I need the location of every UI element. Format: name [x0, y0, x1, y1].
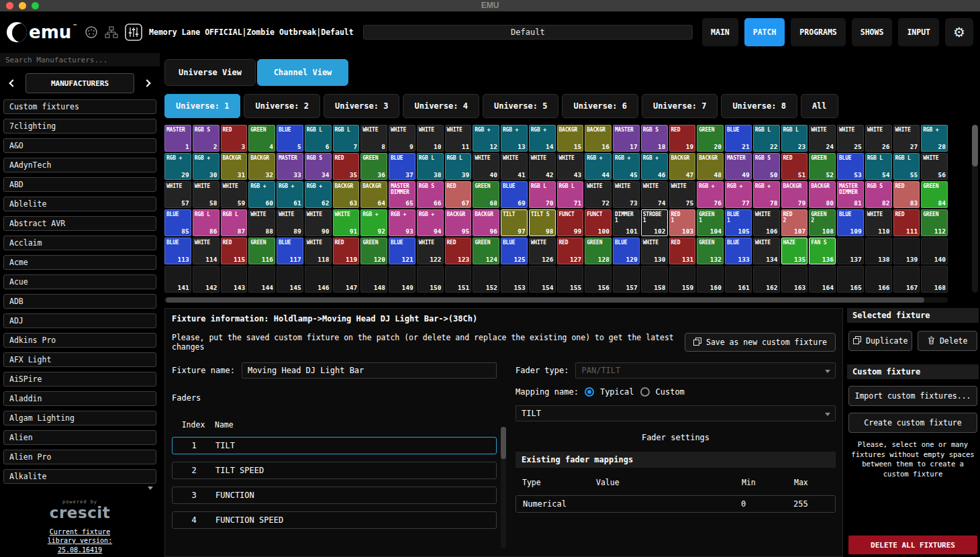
channel-cell-7[interactable]: RGB L7 — [333, 125, 360, 152]
channel-cell-83[interactable]: RED83 — [893, 181, 920, 208]
channel-cell-121[interactable]: BLUE121 — [389, 238, 415, 264]
channel-cell-29[interactable]: RGB +29 — [164, 153, 191, 180]
channel-cell-108[interactable]: GREEN2108 — [809, 209, 836, 236]
channel-cell-90[interactable]: WHITE90 — [305, 209, 332, 236]
channel-cell-30[interactable]: RGB +30 — [193, 153, 219, 180]
grid-horizontal-scrollbar[interactable] — [164, 297, 948, 303]
manufacturer-item-acue[interactable]: Acue — [3, 274, 156, 289]
channel-cell-86[interactable]: RGB L86 — [193, 209, 219, 236]
manufacturer-item-a-o[interactable]: A&O — [3, 138, 156, 153]
tab-all[interactable]: All — [801, 94, 838, 118]
channel-cell-10[interactable]: WHITE10 — [417, 125, 444, 152]
manufacturer-item-custom-fixtures[interactable]: Custom fixtures — [3, 99, 156, 114]
channel-cell-1[interactable]: MASTER1 — [164, 125, 191, 152]
channel-cell-161[interactable]: 161 — [725, 266, 752, 293]
channel-cell-62[interactable]: RGB +62 — [305, 181, 332, 208]
channel-cell-160[interactable]: 160 — [697, 266, 724, 293]
channel-cell-162[interactable]: 162 — [753, 266, 780, 293]
channel-cell-38[interactable]: RGB L38 — [417, 153, 444, 180]
channel-cell-76[interactable]: RGB +76 — [697, 181, 724, 208]
channel-cell-42[interactable]: WHITE42 — [529, 153, 556, 180]
manufacturer-item-adb[interactable]: ADB — [3, 294, 156, 309]
channel-cell-147[interactable]: 147 — [333, 266, 360, 293]
channel-cell-166[interactable]: 166 — [865, 266, 892, 293]
channel-cell-41[interactable]: WHITE41 — [501, 153, 528, 180]
channel-cell-11[interactable]: WHITE11 — [445, 125, 472, 152]
channel-cell-125[interactable]: BLUE125 — [501, 238, 528, 264]
channel-cell-156[interactable]: 156 — [585, 266, 611, 293]
tab-universe-2[interactable]: Universe: 2 — [244, 94, 320, 118]
channel-cell-45[interactable]: RGB +45 — [613, 153, 640, 180]
create-custom-fixture-button[interactable]: Create custom fixture — [848, 413, 977, 433]
manufacturer-item-adkins-pro[interactable]: Adkins Pro — [3, 333, 156, 348]
nav-main[interactable]: MAIN — [702, 18, 738, 46]
channel-cell-105[interactable]: BLUE1105 — [725, 209, 752, 236]
manufacturer-item-afx-light[interactable]: AFX Light — [3, 352, 156, 367]
channel-cell-84[interactable]: GREEN84 — [921, 181, 948, 208]
channel-cell-56[interactable]: WHITE56 — [921, 153, 948, 180]
prev-page-button[interactable] — [4, 73, 21, 93]
manufacturer-item-abstract-avr[interactable]: Abstract AVR — [3, 216, 156, 231]
channel-cell-107[interactable]: RED2107 — [781, 209, 808, 236]
tab-universe-1[interactable]: Universe: 1 — [164, 94, 240, 118]
manufacturer-item-acclaim[interactable]: Acclaim — [3, 236, 156, 250]
channel-cell-73[interactable]: WHITE73 — [613, 181, 640, 208]
channel-cell-71[interactable]: RGB L71 — [557, 181, 584, 208]
channel-cell-31[interactable]: BACKGR31 — [221, 153, 248, 180]
radio-custom-label[interactable]: Custom — [656, 387, 685, 397]
manufacturer-item-aispire[interactable]: AiSPire — [3, 372, 156, 387]
channel-cell-12[interactable]: RGB +12 — [473, 125, 499, 152]
manufacturers-button[interactable]: MANUFACTURERS — [26, 73, 134, 93]
midi-icon[interactable] — [85, 26, 98, 39]
tab-universe-4[interactable]: Universe: 4 — [403, 94, 479, 118]
channel-cell-104[interactable]: GREEN1104 — [697, 209, 724, 236]
channel-cell-53[interactable]: BLUE53 — [837, 153, 864, 180]
channel-cell-54[interactable]: RGB L54 — [865, 153, 892, 180]
channel-cell-127[interactable]: RED127 — [557, 238, 584, 264]
channel-cell-139[interactable]: 139 — [893, 238, 920, 264]
channel-cell-68[interactable]: GREEN68 — [473, 181, 499, 208]
channel-cell-164[interactable]: 164 — [809, 266, 836, 293]
channel-cell-25[interactable]: WHITE25 — [837, 125, 864, 152]
channel-cell-74[interactable]: WHITE74 — [641, 181, 668, 208]
channel-cell-134[interactable]: WHITE134 — [753, 238, 780, 264]
channel-cell-63[interactable]: BACKGR63 — [333, 181, 360, 208]
channel-cell-47[interactable]: BACKGR47 — [669, 153, 696, 180]
channel-cell-85[interactable]: BLUE85 — [164, 209, 191, 236]
channel-cell-168[interactable]: 168 — [921, 266, 948, 293]
channel-cell-144[interactable]: 144 — [248, 266, 275, 293]
channel-cell-5[interactable]: BLUE5 — [277, 125, 303, 152]
channel-cell-87[interactable]: RGB L87 — [221, 209, 248, 236]
import-custom-fixtures-button[interactable]: Import custom fixtures... — [848, 386, 977, 406]
channel-cell-97[interactable]: TILT97 — [501, 209, 528, 236]
channel-cell-154[interactable]: 154 — [529, 266, 556, 293]
default-preset-input[interactable] — [363, 25, 693, 40]
channel-cell-138[interactable]: 138 — [865, 238, 892, 264]
channel-cell-130[interactable]: WHITE130 — [641, 238, 668, 264]
channel-cell-92[interactable]: RGB +92 — [360, 209, 387, 236]
channel-cell-51[interactable]: RED51 — [781, 153, 808, 180]
channel-cell-118[interactable]: WHITE118 — [305, 238, 332, 264]
radio-custom[interactable] — [640, 387, 650, 397]
channel-cell-141[interactable]: 141 — [164, 266, 191, 293]
channel-cell-28[interactable]: RGB +28 — [921, 125, 948, 152]
channel-cell-91[interactable]: WHITE91 — [333, 209, 360, 236]
tab-universe-5[interactable]: Universe: 5 — [483, 94, 558, 118]
channel-cell-99[interactable]: FUNCT99 — [557, 209, 584, 236]
channel-cell-57[interactable]: WHITE57 — [164, 181, 191, 208]
channel-cell-131[interactable]: RED131 — [669, 238, 696, 264]
channel-cell-70[interactable]: RGB L70 — [529, 181, 556, 208]
channel-cell-96[interactable]: BACKGR96 — [473, 209, 499, 236]
nav-shows[interactable]: SHOWS — [852, 18, 893, 46]
channel-cell-6[interactable]: RGB L6 — [305, 125, 332, 152]
channel-cell-116[interactable]: GREEN116 — [248, 238, 275, 264]
channel-cell-150[interactable]: 150 — [417, 266, 444, 293]
manufacturer-item-ablelite[interactable]: Ablelite — [3, 197, 156, 211]
channel-cell-61[interactable]: RGB +61 — [277, 181, 303, 208]
channel-cell-140[interactable]: 140 — [921, 238, 948, 264]
channel-cell-101[interactable]: DIMMER1101 — [613, 209, 640, 236]
channel-cell-46[interactable]: RGB +46 — [641, 153, 668, 180]
channel-cell-100[interactable]: FUNCT100 — [585, 209, 611, 236]
channel-cell-132[interactable]: GREEN132 — [697, 238, 724, 264]
grid-vertical-scrollbar-thumb[interactable] — [972, 125, 978, 166]
